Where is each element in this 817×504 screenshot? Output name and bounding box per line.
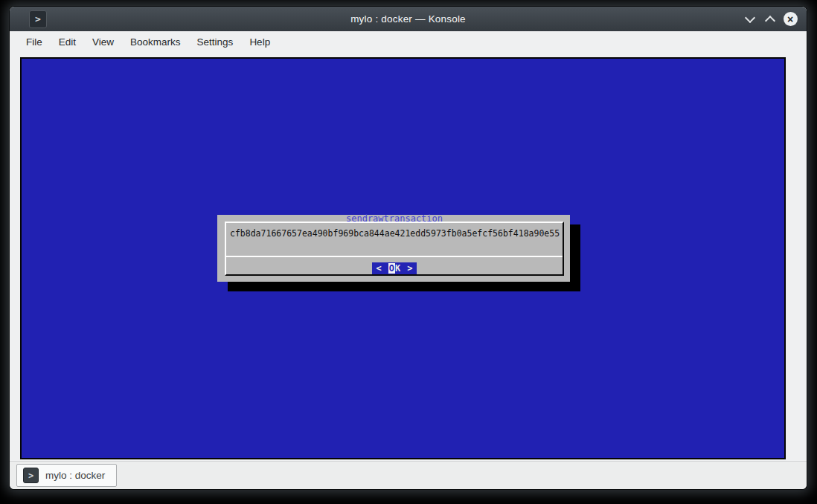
window-controls: ×: [743, 12, 798, 27]
terminal-container: sendrawtransaction cfb8da71667657ea490bf…: [10, 52, 807, 461]
dialog-title: sendrawtransaction: [346, 213, 443, 224]
ok-rest-chars: K: [395, 263, 400, 274]
menu-bookmarks[interactable]: Bookmarks: [129, 35, 182, 49]
terminal-scrollbar[interactable]: [789, 55, 807, 459]
sendrawtransaction-dialog: sendrawtransaction cfb8da71667657ea490bf…: [217, 215, 570, 282]
ok-button[interactable]: < O K >: [372, 262, 417, 274]
menu-file[interactable]: File: [25, 35, 43, 49]
tab-konsole-icon: >: [23, 468, 39, 483]
transaction-hash-text: cfb8da71667657ea490bf969bca844ae421edd59…: [226, 223, 563, 239]
dialog-border-box: sendrawtransaction cfb8da71667657ea490bf…: [225, 222, 564, 276]
circled-x-icon: ×: [784, 12, 798, 26]
konsole-window: > mylo : docker — Konsole × File Edit Vi…: [10, 7, 807, 489]
titlebar[interactable]: > mylo : docker — Konsole ×: [10, 7, 807, 31]
konsole-prompt-icon[interactable]: >: [29, 10, 47, 28]
tab-label: mylo : docker: [45, 470, 105, 481]
menu-help[interactable]: Help: [249, 35, 271, 49]
dialog-separator: [226, 256, 563, 257]
tabbar: > mylo : docker: [10, 461, 807, 489]
chevron-down-icon: [745, 12, 755, 22]
dialog-button-row: < O K >: [226, 261, 563, 274]
menu-edit[interactable]: Edit: [58, 35, 77, 49]
menu-settings[interactable]: Settings: [196, 35, 234, 49]
terminal-screen[interactable]: sendrawtransaction cfb8da71667657ea490bf…: [20, 57, 786, 459]
menubar: File Edit View Bookmarks Settings Help: [10, 31, 807, 52]
minimize-button[interactable]: [743, 12, 757, 27]
menu-view[interactable]: View: [92, 35, 115, 49]
ok-cursor-char: O: [388, 263, 395, 274]
tab-mylo-docker[interactable]: > mylo : docker: [16, 464, 117, 487]
close-button[interactable]: ×: [783, 12, 798, 27]
maximize-button[interactable]: [763, 12, 778, 27]
window-title: mylo : docker — Konsole: [10, 13, 807, 25]
ok-right-bracket: >: [407, 263, 412, 274]
ok-left-bracket: <: [377, 263, 382, 274]
chevron-up-icon: [765, 15, 775, 25]
